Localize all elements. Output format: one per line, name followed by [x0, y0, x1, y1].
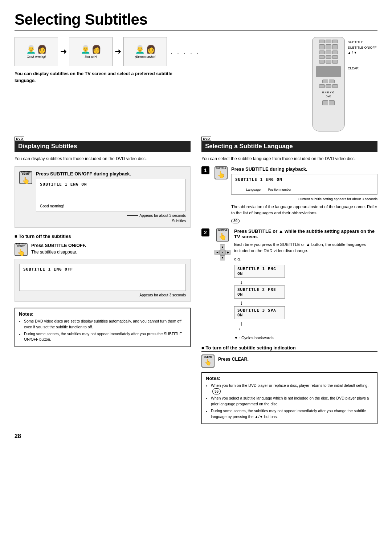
remote-btn-9 [332, 50, 338, 54]
left-note-1: Some DVD video discs are set to display … [24, 319, 186, 330]
turn-off-header: ■ To turn off the subtitles [15, 234, 191, 240]
right-column: DVD Selecting a Subtitle Language You ca… [201, 137, 377, 424]
remote-btn-15 [332, 60, 338, 64]
remote-labels: SUBTITLE SUBTITLE ON/OFF ▲ / ▼ CLEAR [348, 37, 377, 70]
eg-label: e.g. [234, 257, 377, 261]
remote-diagram: ONKYO DVD SUBTITLE SUBTITLE ON/OFF ▲ / ▼… [312, 37, 377, 131]
remote-btn-16 [322, 80, 328, 83]
remote-btn-14 [326, 60, 331, 64]
cycle-item-3: SUBTITLE 3 SPA ON [234, 306, 285, 319]
center-button: ● [220, 250, 225, 255]
cycle-arrow-2: ↓ [240, 299, 377, 306]
step1-box: SUBTITLEON/OFF 👆 Press SUBTITLE ON/OFF d… [15, 166, 191, 228]
left-notes-list: Some DVD video discs are set to display … [19, 319, 186, 343]
scene-3: 👨‍🦳 👩 ¡Buenas tardes! [123, 37, 167, 66]
right-notes-title: Notes: [206, 376, 373, 381]
step1-subtitle-label: Subtitles [172, 219, 186, 223]
clear-button-icon: CLEAR 👆 [201, 355, 215, 368]
lang-label: Language [246, 188, 261, 191]
remote-btn-19 [326, 84, 331, 88]
turn-off-display-line: SUBTITLE 1 ENG OFF [23, 267, 182, 272]
clear-btn-label: CLEAR [204, 356, 212, 358]
remote-btn-6 [332, 44, 338, 49]
scene-1: 👨‍🦳 👩 Good evening! [15, 37, 58, 66]
step1-annotation: Appears for about 3 seconds [139, 214, 186, 218]
right-header-text: Selecting a Subtitle Language [205, 143, 293, 150]
remote-btn-10 [319, 55, 325, 59]
remote-btn-18 [319, 84, 325, 88]
top-section: 👨‍🦳 👩 Good evening! ➜ 👨‍🦳 👩 Bon soir! ➜ … [15, 37, 377, 131]
nav-cluster: ▲ ◀ ● ▶ ▼ [215, 244, 230, 260]
remote-btn-11 [326, 55, 331, 59]
remote-btn-7 [319, 50, 325, 54]
remote-btn-12 [332, 55, 338, 59]
arrow-2: ➜ [115, 47, 121, 56]
subtitle-button-step2: SUBTITLE 👆 [216, 228, 229, 242]
right-step1-row: 1 SUBTITLE 👆 Press SUBTITLE during playb… [201, 166, 377, 223]
remote-btn-4 [319, 44, 325, 49]
cycles-backwards: ▼ : Cycles backwards [234, 336, 377, 340]
remote-btn-3 [332, 40, 338, 43]
step1-display-line: SUBTITLE 1 ENG ON [40, 182, 182, 187]
remote-label-subtitle: SUBTITLE [348, 40, 377, 45]
scene-1-caption: Good evening! [26, 55, 46, 58]
right-step2-desc: Each time you press the SUBTITLE or ▲ bu… [234, 242, 377, 254]
right-intro: You can select the subtitle language fro… [201, 155, 377, 162]
remote-btn-8 [326, 50, 331, 54]
right-step1-annotation: Current subtitle setting appears for abo… [298, 197, 377, 201]
pos-label: Position number [268, 188, 291, 191]
cycle-arrow-1: ↓ [240, 279, 377, 285]
cycle-dots: ⋮ [237, 327, 377, 332]
continuation-dots: . . . . . [171, 48, 200, 56]
right-step2-title: Press SUBTITLE or ▲ while the subtitle s… [234, 228, 377, 239]
turn-off-indication-press: Press CLEAR. [218, 355, 249, 362]
arrow-1: ➜ [60, 47, 67, 56]
remote-brand: ONKYO [322, 91, 335, 94]
intro-text: You can display subtitles on the TV scre… [15, 70, 189, 84]
right-step2-number: 2 [201, 228, 209, 236]
right-step1-content: SUBTITLE 👆 Press SUBTITLE during playbac… [215, 166, 377, 223]
remote-btn-5 [326, 44, 331, 49]
remote-image: ONKYO DVD [312, 37, 345, 131]
right-notes-box: Notes: When you turn on the DVD player o… [201, 372, 377, 425]
turn-off-press: Press SUBTITLE ON/OFF. [31, 243, 191, 248]
left-column: DVD Displaying Subtitles You can display… [15, 137, 191, 424]
page-number: 28 [15, 433, 377, 439]
remote-btn-22 [329, 100, 335, 105]
right-step1-title: Press SUBTITLE during playback. [231, 166, 377, 172]
remote-btn-20 [332, 84, 338, 88]
remote-display-area [316, 66, 341, 77]
right-button: ▶ [225, 250, 230, 255]
remote-btn-13 [319, 60, 325, 64]
right-note-2: When you select a subtitle language whic… [211, 396, 373, 407]
top-left: 👨‍🦳 👩 Good evening! ➜ 👨‍🦳 👩 Bon soir! ➜ … [15, 37, 305, 84]
scene-images: 👨‍🦳 👩 Good evening! ➜ 👨‍🦳 👩 Bon soir! ➜ … [15, 37, 305, 66]
left-dvd-badge: DVD [15, 137, 24, 141]
turn-off-indication-section: ■ To turn off the subtitle setting indic… [201, 345, 377, 368]
right-step2-row: 2 SUBTITLE 👆 ▲ ◀ ● [201, 228, 377, 340]
remote-label-nav: ▲ / ▼ [348, 50, 377, 55]
right-step1-demo: SUBTITLE 1 ENG ON Language Position numb… [231, 174, 377, 195]
right-note-1: When you turn on the DVD player or repla… [211, 383, 373, 395]
left-notes-box: Notes: Some DVD video discs are set to d… [15, 308, 191, 347]
turn-off-demo-box: SUBTITLE 1 ENG OFF Appears for about 3 s… [15, 259, 191, 302]
right-step1-desc: The abbreviation of the language appears… [231, 204, 377, 216]
main-content: DVD Displaying Subtitles You can display… [15, 137, 377, 424]
scene-2-caption: Bon soir! [85, 55, 97, 58]
subtitle-onoff-button-2: SUBTITLEON/OFF 👆 [15, 243, 28, 256]
left-notes-title: Notes: [19, 311, 186, 317]
cycle-item-2: SUBTITLE 2 FRE ON [234, 285, 285, 299]
step1-title: Press SUBTITLE ON/OFF during playback. [36, 171, 186, 177]
step1-demo: SUBTITLE 1 ENG ON Good morning! [36, 179, 186, 211]
remote-btn-1 [319, 40, 325, 43]
right-notes-list: When you turn on the DVD player or repla… [206, 383, 373, 420]
down-button: ▼ [220, 255, 225, 260]
right-dvd-badge: DVD [201, 137, 211, 141]
right-section-header: Selecting a Subtitle Language [201, 141, 377, 152]
scene-3-caption: ¡Buenas tardes! [135, 55, 155, 58]
turn-off-desc: The subtitles disappear. [31, 250, 191, 255]
turn-off-indication-header: ■ To turn off the subtitle setting indic… [201, 345, 377, 352]
remote-btn-21 [322, 100, 328, 105]
up-button: ▲ [220, 244, 225, 250]
left-note-2: During some scenes, the subtitles may no… [24, 331, 186, 343]
